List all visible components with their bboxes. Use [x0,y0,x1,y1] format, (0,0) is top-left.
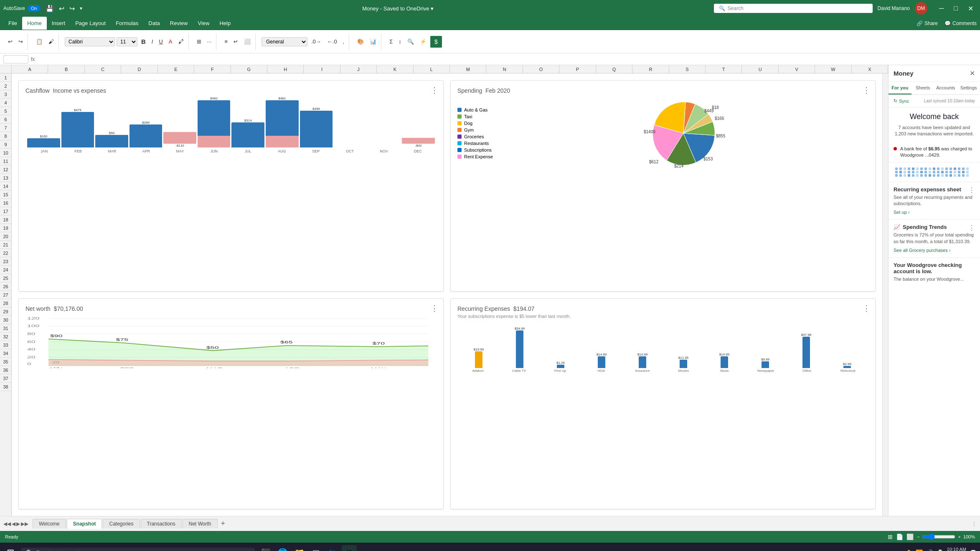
merge-cells[interactable]: ⬜ [242,37,253,46]
formula-input[interactable] [37,56,977,63]
col-header-b[interactable]: B [48,65,84,73]
row-11[interactable]: 11 [0,157,11,165]
more-button[interactable]: ··· [205,37,214,46]
tab-scroll-right[interactable]: ▶▶ [21,521,28,527]
row-33[interactable]: 33 [0,341,11,349]
row-17[interactable]: 17 [0,207,11,216]
row-7[interactable]: 7 [0,124,11,132]
tab-review[interactable]: Review [165,17,193,30]
row-15[interactable]: 15 [0,190,11,199]
add-sheet-button[interactable]: + [218,519,228,528]
row-26[interactable]: 26 [0,282,11,291]
col-header-q[interactable]: Q [596,65,632,73]
tab-formulas[interactable]: Formulas [111,17,143,30]
row-34[interactable]: 34 [0,349,11,358]
tab-scroll-forward[interactable]: ▶ [16,521,20,527]
col-header-d[interactable]: D [121,65,157,73]
col-header-k[interactable]: K [377,65,413,73]
col-header-x[interactable]: X [852,65,888,73]
col-header-i[interactable]: I [304,65,340,73]
col-header-f[interactable]: F [194,65,231,73]
row-4[interactable]: 4 [0,99,11,107]
taskbar-task-view[interactable]: ⬛ [258,545,273,551]
format-painter[interactable]: 🖌 [46,37,56,46]
row-6[interactable]: 6 [0,115,11,124]
conditional-format[interactable]: 🎨 [355,37,366,46]
taskbar-excel[interactable]: X [342,545,357,551]
undo-icon[interactable]: ↩ [59,5,64,13]
panel-tab-foryou[interactable]: For you [889,82,911,94]
taskbar-network-icon[interactable]: 📶 [916,549,923,551]
align-left[interactable]: ≡ [222,37,230,46]
col-header-c[interactable]: C [85,65,121,73]
row-35[interactable]: 35 [0,358,11,366]
taskbar-explorer[interactable]: 📁 [292,545,307,551]
minimize-button[interactable]: ─ [936,5,947,13]
search-box[interactable]: 🔍 Search [714,4,873,13]
row-9[interactable]: 9 [0,140,11,149]
taskbar-mail[interactable]: ✉ [308,545,323,551]
redo-icon[interactable]: ↪ [69,5,75,13]
cashflow-menu[interactable]: ⋮ [431,86,438,95]
row-24[interactable]: 24 [0,266,11,274]
paste-button[interactable]: 📋 [34,37,45,46]
redo-button[interactable]: ↪ [16,37,25,46]
row-36[interactable]: 36 [0,366,11,374]
taskbar-edge[interactable]: 🌐 [275,545,290,551]
row-3[interactable]: 3 [0,90,11,99]
panel-tab-sheets[interactable]: Sheets [911,82,934,94]
comments-button[interactable]: 💬 Comments [944,20,977,26]
taskbar-store[interactable]: 🛍 [325,545,340,551]
vertical-scrollbar[interactable] [882,74,888,516]
font-color-button[interactable]: A [167,37,175,46]
tab-help[interactable]: Help [214,17,236,30]
col-header-h[interactable]: H [267,65,304,73]
col-header-w[interactable]: W [815,65,851,73]
col-header-t[interactable]: T [706,65,742,73]
row-28[interactable]: 28 [0,299,11,307]
taskbar-search[interactable]: 🔍 Type here to search [21,548,255,551]
decimal-increase[interactable]: .0→ [309,37,323,46]
italic-button[interactable]: I [150,37,155,46]
panel-close-button[interactable]: ✕ [970,69,975,77]
action-center-icon[interactable]: 💬 [970,549,977,551]
share-button[interactable]: 🔗 Share [917,20,938,26]
sheet-options[interactable]: ⋮ [972,521,977,527]
row-1[interactable]: 1 [0,74,11,82]
row-10[interactable]: 10 [0,149,11,157]
col-header-g[interactable]: G [231,65,267,73]
borders-button[interactable]: ⊞ [195,37,203,46]
tab-home[interactable]: Home [22,17,47,30]
row-27[interactable]: 27 [0,291,11,299]
row-12[interactable]: 12 [0,165,11,174]
row-38[interactable]: 38 [0,383,11,391]
see-grocery-link[interactable]: See all Grocery purchases › [894,248,950,253]
row-31[interactable]: 31 [0,324,11,333]
find-button[interactable]: 🔍 [405,37,416,46]
comma-style[interactable]: , [341,37,347,46]
row-21[interactable]: 21 [0,241,11,249]
taskbar-volume-icon[interactable]: 🔊 [926,549,933,551]
dropdown-icon[interactable]: ▾ [80,5,82,11]
row-22[interactable]: 22 [0,249,11,257]
recurring-menu[interactable]: ⋮ [863,304,870,313]
col-header-u[interactable]: U [742,65,778,73]
zoom-slider[interactable] [922,533,955,540]
tab-file[interactable]: File [3,17,22,30]
sheet-tab-snapshot[interactable]: Snapshot [67,519,102,529]
font-size-select[interactable]: 11 [117,37,137,46]
row-37[interactable]: 37 [0,374,11,383]
taskbar-battery-icon[interactable]: 🔋 [937,549,944,551]
col-header-s[interactable]: S [669,65,706,73]
row-5[interactable]: 5 [0,107,11,115]
panel-tab-settings[interactable]: Settings [957,82,980,94]
col-header-v[interactable]: V [779,65,815,73]
row-16[interactable]: 16 [0,199,11,207]
cell-reference[interactable] [3,55,28,63]
undo-button[interactable]: ↩ [6,37,15,46]
tab-data[interactable]: Data [143,17,165,30]
sheet-tab-welcome[interactable]: Welcome [33,519,66,528]
recurring-section-more[interactable]: ⋮ [968,186,975,194]
sheet-tab-transactions[interactable]: Transactions [141,519,182,528]
bold-button[interactable]: B [139,37,148,46]
